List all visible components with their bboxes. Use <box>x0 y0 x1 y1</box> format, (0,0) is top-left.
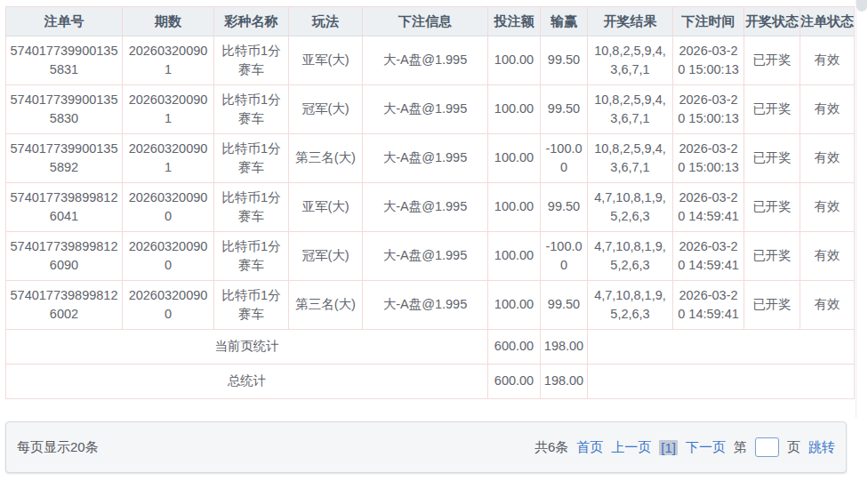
current-page-indicator[interactable]: [1] <box>659 440 678 455</box>
cell-order_id: 5740177399001355831 <box>6 36 123 85</box>
page-number-input[interactable] <box>755 437 779 457</box>
cell-amount: 100.00 <box>488 85 541 134</box>
column-header-play: 玩法 <box>289 7 363 36</box>
cell-period: 202603200901 <box>123 134 214 183</box>
summary-empty <box>588 365 855 399</box>
cell-period: 202603200900 <box>123 183 214 232</box>
cell-lottery: 比特币1分赛车 <box>214 134 289 183</box>
table-row: 5740177398998126002202603200900比特币1分赛车第三… <box>6 281 855 330</box>
cell-bet_time: 2026-03-20 15:00:13 <box>673 85 744 134</box>
cell-lottery: 比特币1分赛车 <box>214 85 289 134</box>
cell-amount: 100.00 <box>488 36 541 85</box>
cell-play: 第三名(大) <box>289 134 363 183</box>
cell-order_id: 5740177398998126002 <box>6 281 123 330</box>
vertical-scrollbar[interactable] <box>856 0 868 418</box>
cell-play: 冠军(大) <box>289 85 363 134</box>
cell-order_id: 5740177398998126041 <box>6 183 123 232</box>
cell-period: 202603200900 <box>123 281 214 330</box>
cell-period: 202603200900 <box>123 232 214 281</box>
summary-empty <box>588 330 855 365</box>
jump-suffix-label: 页 <box>787 439 800 456</box>
cell-order_id: 5740177399001355892 <box>6 134 123 183</box>
total-count-label: 共6条 <box>534 439 568 456</box>
column-header-amount: 投注额 <box>488 7 541 36</box>
cell-draw_status: 已开奖 <box>744 85 800 134</box>
table-row: 5740177399001355892202603200901比特币1分赛车第三… <box>6 134 855 183</box>
cell-bet_time: 2026-03-20 14:59:41 <box>673 183 744 232</box>
cell-bet_info: 大-A盘@1.995 <box>363 85 488 134</box>
cell-result: 4,7,10,8,1,9,5,2,6,3 <box>588 232 673 281</box>
cell-bet_info: 大-A盘@1.995 <box>363 36 488 85</box>
next-page-link[interactable]: 下一页 <box>686 439 726 456</box>
table-row: 5740177399001355830202603200901比特币1分赛车冠军… <box>6 85 855 134</box>
cell-result: 4,7,10,8,1,9,5,2,6,3 <box>588 183 673 232</box>
cell-lottery: 比特币1分赛车 <box>214 183 289 232</box>
cell-result: 10,8,2,5,9,4,3,6,7,1 <box>588 36 673 85</box>
current-page-summary-row: 当前页统计600.00198.00 <box>6 330 855 365</box>
column-header-draw_status: 开奖状态 <box>744 7 800 36</box>
cell-win_loss: -100.00 <box>541 232 588 281</box>
cell-bet_time: 2026-03-20 15:00:13 <box>673 134 744 183</box>
cell-result: 10,8,2,5,9,4,3,6,7,1 <box>588 85 673 134</box>
page-size-label: 每页显示20条 <box>17 439 99 456</box>
prev-page-link[interactable]: 上一页 <box>611 439 651 456</box>
summary-win-loss: 198.00 <box>541 365 588 399</box>
table-header: 注单号期数彩种名称玩法下注信息投注额输赢开奖结果下注时间开奖状态注单状态 <box>6 7 855 36</box>
table-body: 5740177399001355831202603200901比特币1分赛车亚军… <box>6 36 855 399</box>
cell-lottery: 比特币1分赛车 <box>214 281 289 330</box>
summary-label: 总统计 <box>6 365 488 399</box>
cell-amount: 100.00 <box>488 183 541 232</box>
cell-draw_status: 已开奖 <box>744 134 800 183</box>
bet-records-table: 注单号期数彩种名称玩法下注信息投注额输赢开奖结果下注时间开奖状态注单状态 574… <box>5 6 855 399</box>
first-page-link[interactable]: 首页 <box>576 439 603 456</box>
cell-win_loss: 99.50 <box>541 36 588 85</box>
cell-order_id: 5740177399001355830 <box>6 85 123 134</box>
cell-order_status: 有效 <box>800 36 855 85</box>
table-row: 5740177398998126090202603200900比特币1分赛车冠军… <box>6 232 855 281</box>
cell-play: 第三名(大) <box>289 281 363 330</box>
cell-lottery: 比特币1分赛车 <box>214 232 289 281</box>
cell-win_loss: 99.50 <box>541 183 588 232</box>
cell-draw_status: 已开奖 <box>744 232 800 281</box>
cell-bet_info: 大-A盘@1.995 <box>363 232 488 281</box>
column-header-order_status: 注单状态 <box>800 7 855 36</box>
cell-order_status: 有效 <box>800 232 855 281</box>
betting-records-page: 注单号期数彩种名称玩法下注信息投注额输赢开奖结果下注时间开奖状态注单状态 574… <box>0 0 868 489</box>
summary-amount: 600.00 <box>488 365 541 399</box>
cell-result: 10,8,2,5,9,4,3,6,7,1 <box>588 134 673 183</box>
cell-bet_info: 大-A盘@1.995 <box>363 183 488 232</box>
cell-win_loss: -100.00 <box>541 134 588 183</box>
cell-amount: 100.00 <box>488 134 541 183</box>
cell-amount: 100.00 <box>488 281 541 330</box>
summary-amount: 600.00 <box>488 330 541 365</box>
cell-bet_time: 2026-03-20 15:00:13 <box>673 36 744 85</box>
cell-draw_status: 已开奖 <box>744 281 800 330</box>
header-row: 注单号期数彩种名称玩法下注信息投注额输赢开奖结果下注时间开奖状态注单状态 <box>6 7 855 36</box>
cell-lottery: 比特币1分赛车 <box>214 36 289 85</box>
column-header-lottery: 彩种名称 <box>214 7 289 36</box>
cell-amount: 100.00 <box>488 232 541 281</box>
cell-bet_time: 2026-03-20 14:59:41 <box>673 232 744 281</box>
column-header-result: 开奖结果 <box>588 7 673 36</box>
jump-button[interactable]: 跳转 <box>808 439 835 456</box>
column-header-period: 期数 <box>123 7 214 36</box>
cell-play: 亚军(大) <box>289 183 363 232</box>
cell-play: 冠军(大) <box>289 232 363 281</box>
cell-bet_info: 大-A盘@1.995 <box>363 281 488 330</box>
cell-period: 202603200901 <box>123 36 214 85</box>
jump-prefix-label: 第 <box>734 439 747 456</box>
column-header-order_id: 注单号 <box>6 7 123 36</box>
cell-bet_time: 2026-03-20 14:59:41 <box>673 281 744 330</box>
cell-win_loss: 99.50 <box>541 281 588 330</box>
scrollbar-thumb[interactable] <box>856 0 867 12</box>
table-row: 5740177399001355831202603200901比特币1分赛车亚军… <box>6 36 855 85</box>
cell-result: 4,7,10,8,1,9,5,2,6,3 <box>588 281 673 330</box>
cell-order_id: 5740177398998126090 <box>6 232 123 281</box>
pagination-footer: 每页显示20条 共6条 首页 上一页 [1] 下一页 第 页 跳转 <box>5 421 847 473</box>
cell-draw_status: 已开奖 <box>744 36 800 85</box>
summary-label: 当前页统计 <box>6 330 488 365</box>
cell-order_status: 有效 <box>800 85 855 134</box>
cell-win_loss: 99.50 <box>541 85 588 134</box>
cell-play: 亚军(大) <box>289 36 363 85</box>
total-summary-row: 总统计600.00198.00 <box>6 365 855 399</box>
